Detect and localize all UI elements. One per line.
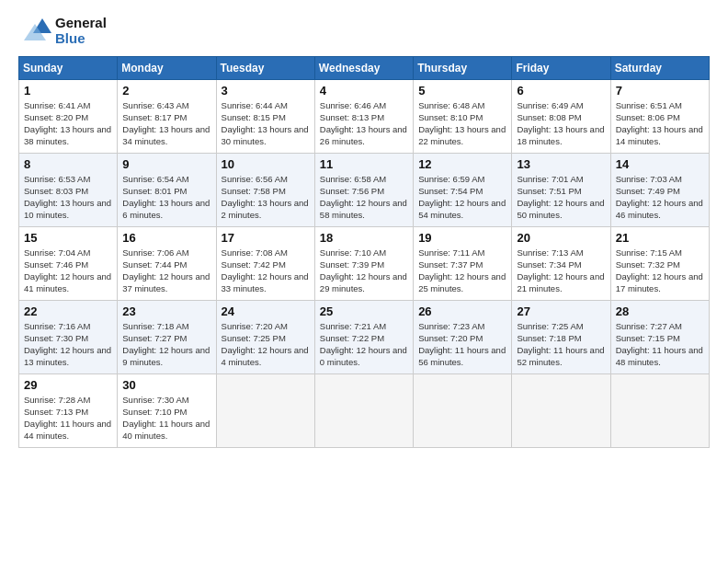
daylight-label: Daylight: 12 hours and 29 minutes.	[320, 271, 407, 293]
day-number: 24	[222, 304, 310, 318]
sunrise: Sunrise: 7:16 AM	[24, 321, 90, 331]
day-info: Sunrise: 7:13 AM Sunset: 7:34 PM Dayligh…	[517, 247, 605, 295]
daylight-label: Daylight: 11 hours and 52 minutes.	[517, 345, 604, 367]
day-info: Sunrise: 6:41 AM Sunset: 8:20 PM Dayligh…	[24, 99, 112, 148]
day-number: 1	[24, 84, 112, 98]
calendar-cell: 14 Sunrise: 7:03 AM Sunset: 7:49 PM Dayl…	[610, 153, 709, 226]
sunset: Sunset: 7:58 PM	[222, 186, 286, 196]
sunset: Sunset: 8:10 PM	[418, 112, 483, 122]
daylight-label: Daylight: 13 hours and 14 minutes.	[616, 124, 703, 146]
day-number: 27	[517, 304, 605, 318]
sunset: Sunset: 7:46 PM	[24, 259, 88, 270]
daylight-label: Daylight: 13 hours and 10 minutes.	[24, 198, 111, 220]
sunset: Sunset: 7:39 PM	[320, 259, 384, 270]
day-info: Sunrise: 7:23 AM Sunset: 7:20 PM Dayligh…	[418, 320, 506, 369]
day-info: Sunrise: 7:20 AM Sunset: 7:25 PM Dayligh…	[222, 320, 310, 369]
calendar-cell	[610, 373, 709, 447]
day-number: 14	[616, 157, 704, 171]
sunset: Sunset: 7:42 PM	[222, 259, 286, 270]
daylight-label: Daylight: 11 hours and 40 minutes.	[122, 419, 210, 441]
calendar-cell: 10 Sunrise: 6:56 AM Sunset: 7:58 PM Dayl…	[216, 153, 314, 226]
sunset: Sunset: 7:22 PM	[320, 333, 384, 343]
sunrise: Sunrise: 7:13 AM	[517, 247, 583, 258]
sunset: Sunset: 7:18 PM	[517, 333, 581, 343]
day-info: Sunrise: 6:56 AM Sunset: 7:58 PM Dayligh…	[222, 173, 310, 222]
sunrise: Sunrise: 6:59 AM	[418, 174, 484, 184]
weekday-header-thursday: Thursday	[414, 56, 512, 79]
calendar-cell: 9 Sunrise: 6:54 AM Sunset: 8:01 PM Dayli…	[118, 153, 216, 226]
sunset: Sunset: 7:37 PM	[418, 259, 483, 270]
day-number: 26	[418, 304, 506, 318]
sunset: Sunset: 7:49 PM	[616, 186, 680, 196]
day-info: Sunrise: 6:51 AM Sunset: 8:06 PM Dayligh…	[616, 99, 704, 148]
weekday-header-friday: Friday	[512, 56, 610, 79]
sunrise: Sunrise: 6:49 AM	[517, 100, 583, 110]
week-row-1: 1 Sunrise: 6:41 AM Sunset: 8:20 PM Dayli…	[19, 79, 710, 153]
sunrise: Sunrise: 7:23 AM	[418, 321, 484, 331]
sunset: Sunset: 7:44 PM	[122, 259, 187, 270]
day-info: Sunrise: 6:44 AM Sunset: 8:15 PM Dayligh…	[222, 99, 310, 148]
sunset: Sunset: 8:06 PM	[616, 112, 680, 122]
daylight-label: Daylight: 13 hours and 18 minutes.	[517, 124, 604, 146]
day-info: Sunrise: 7:30 AM Sunset: 7:10 PM Dayligh…	[122, 394, 210, 442]
day-number: 30	[122, 378, 210, 392]
day-number: 8	[24, 157, 112, 171]
daylight-label: Daylight: 12 hours and 46 minutes.	[616, 198, 703, 220]
day-info: Sunrise: 7:25 AM Sunset: 7:18 PM Dayligh…	[517, 320, 605, 369]
sunset: Sunset: 8:01 PM	[122, 186, 187, 196]
calendar-cell: 17 Sunrise: 7:08 AM Sunset: 7:42 PM Dayl…	[216, 226, 314, 300]
day-number: 22	[24, 304, 112, 318]
sunrise: Sunrise: 6:48 AM	[418, 100, 484, 110]
sunrise: Sunrise: 7:01 AM	[517, 174, 583, 184]
sunrise: Sunrise: 7:10 AM	[320, 247, 386, 258]
calendar-cell: 11 Sunrise: 6:58 AM Sunset: 7:56 PM Dayl…	[314, 153, 413, 226]
sunset: Sunset: 7:25 PM	[222, 333, 286, 343]
calendar-cell: 3 Sunrise: 6:44 AM Sunset: 8:15 PM Dayli…	[216, 79, 314, 153]
daylight-label: Daylight: 12 hours and 58 minutes.	[320, 198, 407, 220]
daylight-label: Daylight: 13 hours and 34 minutes.	[122, 124, 210, 146]
sunset: Sunset: 8:13 PM	[320, 112, 384, 122]
day-info: Sunrise: 7:27 AM Sunset: 7:15 PM Dayligh…	[616, 320, 704, 369]
sunrise: Sunrise: 7:08 AM	[222, 247, 288, 258]
sunrise: Sunrise: 6:51 AM	[616, 100, 682, 110]
daylight-label: Daylight: 13 hours and 38 minutes.	[24, 124, 111, 146]
day-number: 23	[122, 304, 210, 318]
logo-blue: Blue	[55, 30, 107, 46]
day-info: Sunrise: 7:11 AM Sunset: 7:37 PM Dayligh…	[418, 247, 506, 295]
page: General Blue SundayMondayTuesdayWednesda…	[0, 0, 728, 563]
weekday-header-wednesday: Wednesday	[314, 56, 413, 79]
sunrise: Sunrise: 7:21 AM	[320, 321, 386, 331]
sunrise: Sunrise: 6:44 AM	[222, 100, 288, 110]
daylight-label: Daylight: 12 hours and 50 minutes.	[517, 198, 604, 220]
sunrise: Sunrise: 7:06 AM	[122, 247, 188, 258]
sunset: Sunset: 7:15 PM	[616, 333, 680, 343]
header: General Blue	[18, 15, 710, 47]
sunset: Sunset: 7:56 PM	[320, 186, 384, 196]
day-info: Sunrise: 6:46 AM Sunset: 8:13 PM Dayligh…	[320, 99, 408, 148]
day-info: Sunrise: 7:28 AM Sunset: 7:13 PM Dayligh…	[24, 394, 112, 442]
day-number: 25	[320, 304, 408, 318]
day-info: Sunrise: 6:54 AM Sunset: 8:01 PM Dayligh…	[122, 173, 210, 222]
calendar: SundayMondayTuesdayWednesdayThursdayFrid…	[18, 56, 710, 448]
sunset: Sunset: 7:10 PM	[122, 407, 187, 417]
logo: General Blue	[18, 15, 107, 47]
day-number: 6	[517, 84, 605, 98]
daylight-label: Daylight: 13 hours and 22 minutes.	[418, 124, 506, 146]
daylight-label: Daylight: 11 hours and 56 minutes.	[418, 345, 506, 367]
sunset: Sunset: 8:20 PM	[24, 112, 88, 122]
day-info: Sunrise: 7:15 AM Sunset: 7:32 PM Dayligh…	[616, 247, 704, 295]
day-info: Sunrise: 7:01 AM Sunset: 7:51 PM Dayligh…	[517, 173, 605, 222]
calendar-cell: 7 Sunrise: 6:51 AM Sunset: 8:06 PM Dayli…	[610, 79, 709, 153]
week-row-3: 15 Sunrise: 7:04 AM Sunset: 7:46 PM Dayl…	[19, 226, 710, 300]
sunrise: Sunrise: 6:43 AM	[122, 100, 188, 110]
calendar-cell: 23 Sunrise: 7:18 AM Sunset: 7:27 PM Dayl…	[118, 300, 216, 373]
day-number: 16	[122, 231, 210, 245]
sunrise: Sunrise: 6:54 AM	[122, 174, 188, 184]
day-number: 10	[222, 157, 310, 171]
sunrise: Sunrise: 7:28 AM	[24, 395, 90, 405]
daylight-label: Daylight: 12 hours and 25 minutes.	[418, 271, 506, 293]
sunset: Sunset: 7:32 PM	[616, 259, 680, 270]
weekday-header-row: SundayMondayTuesdayWednesdayThursdayFrid…	[19, 56, 710, 79]
daylight-label: Daylight: 12 hours and 0 minutes.	[320, 345, 407, 367]
daylight-label: Daylight: 13 hours and 30 minutes.	[222, 124, 309, 146]
